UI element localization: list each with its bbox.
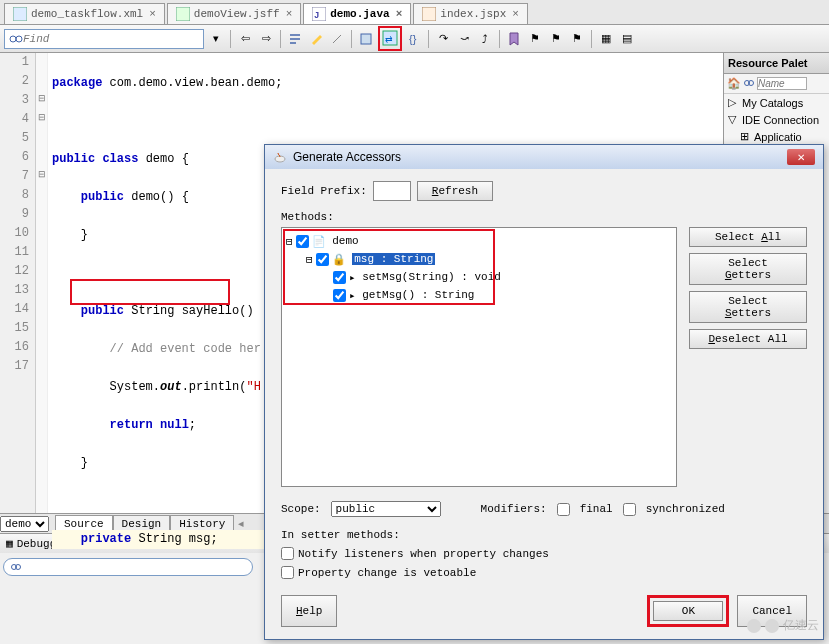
reformat-icon[interactable] [286, 30, 304, 48]
tab-taskflow[interactable]: demo_taskflow.xml× [4, 3, 165, 24]
next-icon[interactable]: ⇨ [257, 30, 275, 48]
application-item[interactable]: ⊞Applicatio [724, 128, 829, 145]
dialog-close-button[interactable]: ✕ [787, 149, 815, 165]
binoculars-icon [9, 32, 23, 46]
dialog-title: Generate Accessors [293, 150, 401, 164]
class-icon: 📄 [312, 235, 326, 248]
view1-icon[interactable]: ▦ [597, 30, 615, 48]
bm3-icon[interactable]: ⚑ [568, 30, 586, 48]
step-out-icon[interactable]: ⤴ [476, 30, 494, 48]
scope-select[interactable]: public [331, 501, 441, 517]
coffee-icon [273, 150, 287, 164]
tab-demoview[interactable]: demoView.jsff× [167, 3, 301, 24]
close-icon[interactable]: × [512, 8, 519, 20]
find-input[interactable] [23, 33, 173, 45]
bookmark-icon[interactable] [505, 30, 523, 48]
jspx-file-icon [422, 7, 436, 21]
catalog-item[interactable]: ▷My Catalogs [724, 94, 829, 111]
notify-checkbox[interactable] [281, 547, 294, 560]
tree-node-setter[interactable]: ▸ setMsg(String) : void [286, 268, 672, 286]
help-button[interactable]: Help [281, 595, 337, 627]
bm1-icon[interactable]: ⚑ [526, 30, 544, 48]
setter-checkbox[interactable] [333, 271, 346, 284]
resource-search-input[interactable] [757, 77, 807, 90]
ok-button[interactable]: OK [653, 601, 723, 621]
svg-point-6 [16, 36, 22, 42]
nav-down-icon[interactable]: ▾ [207, 30, 225, 48]
svg-text:{}: {} [409, 33, 417, 45]
xml-file-icon [13, 7, 27, 21]
step-over-icon[interactable]: ⤻ [455, 30, 473, 48]
class-checkbox[interactable] [296, 235, 309, 248]
select-setters-button[interactable]: Select Setters [689, 291, 807, 323]
scope-label: Scope: [281, 503, 321, 515]
generate-accessors-dialog: Generate Accessors ✕ Field Prefix: Refre… [264, 144, 824, 640]
java-file-icon: J [312, 7, 326, 21]
find-box[interactable] [4, 29, 204, 49]
ide-connections-item[interactable]: ▽IDE Connection [724, 111, 829, 128]
methods-label: Methods: [281, 211, 807, 223]
view2-icon[interactable]: ▤ [618, 30, 636, 48]
tree-node-class[interactable]: ⊟📄 demo [286, 232, 672, 250]
svg-text:⇄: ⇄ [385, 34, 393, 44]
line-gutter: 1234567891011121314151617 [0, 53, 36, 513]
home-icon[interactable]: 🏠 [727, 77, 741, 90]
refresh-button[interactable]: Refresh [417, 181, 493, 201]
setter-methods-label: In setter methods: [281, 529, 807, 541]
final-checkbox[interactable] [557, 503, 570, 516]
methods-tree[interactable]: ⊟📄 demo ⊟🔒 msg : String ▸ setMsg(String)… [281, 227, 677, 487]
deselect-all-button[interactable]: Deselect All [689, 329, 807, 349]
close-icon[interactable]: × [286, 8, 293, 20]
editor-tabs: demo_taskflow.xml× demoView.jsff× Jdemo.… [0, 0, 829, 25]
svg-rect-1 [176, 7, 190, 21]
fold-column: ⊟⊟⊟ [36, 53, 48, 513]
dialog-titlebar[interactable]: Generate Accessors ✕ [265, 145, 823, 169]
editor-toolbar: ▾ ⇦ ⇨ ⇄ {} ↷ ⤻ ⤴ ⚑ ⚑ ⚑ ▦ ▤ [0, 25, 829, 53]
select-getters-button[interactable]: Select Getters [689, 253, 807, 285]
field-prefix-label: Field Prefix: [281, 185, 367, 197]
method-icon: ▸ [349, 271, 356, 284]
svg-rect-0 [13, 7, 27, 21]
resource-palette-title: Resource Palet [724, 53, 829, 74]
close-icon[interactable]: × [396, 8, 403, 20]
field-checkbox[interactable] [316, 253, 329, 266]
modifiers-label: Modifiers: [481, 503, 547, 515]
select-all-button[interactable]: Select All [689, 227, 807, 247]
svg-text:J: J [314, 11, 319, 21]
assist-icon[interactable] [357, 30, 375, 48]
highlight-icon[interactable] [307, 30, 325, 48]
svg-point-5 [10, 36, 16, 42]
svg-rect-7 [361, 34, 371, 44]
vetoable-checkbox[interactable] [281, 566, 294, 579]
clear-icon[interactable] [328, 30, 346, 48]
synchronized-checkbox[interactable] [623, 503, 636, 516]
generate-accessors-button[interactable]: ⇄ [378, 26, 402, 51]
method-icon: ▸ [349, 289, 356, 302]
field-prefix-input[interactable] [373, 181, 411, 201]
binoculars-icon[interactable] [743, 77, 755, 90]
debug-icon: ▦ [6, 537, 13, 550]
watermark: 亿速云 [747, 617, 819, 634]
svg-rect-4 [422, 7, 436, 21]
surround-icon[interactable]: {} [405, 30, 423, 48]
tree-node-field[interactable]: ⊟🔒 msg : String [286, 250, 672, 268]
class-dropdown[interactable]: demo [0, 516, 49, 532]
jsff-file-icon [176, 7, 190, 21]
prev-icon[interactable]: ⇦ [236, 30, 254, 48]
tab-index[interactable]: index.jspx× [413, 3, 528, 24]
step-icon[interactable]: ↷ [434, 30, 452, 48]
getter-checkbox[interactable] [333, 289, 346, 302]
tree-node-getter[interactable]: ▸ getMsg() : String [286, 286, 672, 304]
tab-demo-java[interactable]: Jdemo.java× [303, 3, 411, 24]
lock-icon: 🔒 [332, 253, 346, 266]
bm2-icon[interactable]: ⚑ [547, 30, 565, 48]
close-icon[interactable]: × [149, 8, 156, 20]
highlight-box-field [70, 279, 230, 305]
